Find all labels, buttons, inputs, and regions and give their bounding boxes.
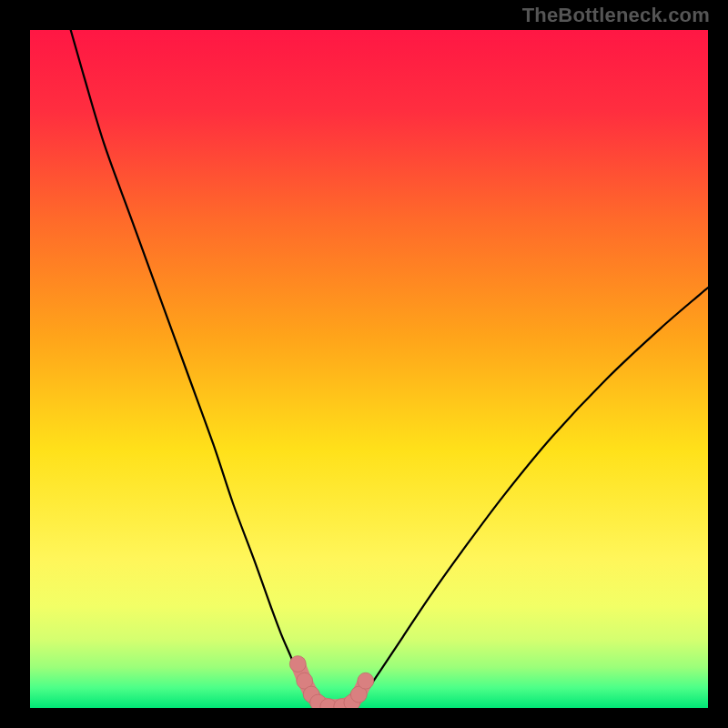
plot-svg [30,30,708,708]
plot-area [30,30,708,708]
marker-dot [358,672,374,689]
chart-frame: TheBottleneck.com [0,0,728,728]
marker-dot [289,656,306,672]
gradient-background [30,30,708,708]
attribution-text: TheBottleneck.com [522,4,710,27]
